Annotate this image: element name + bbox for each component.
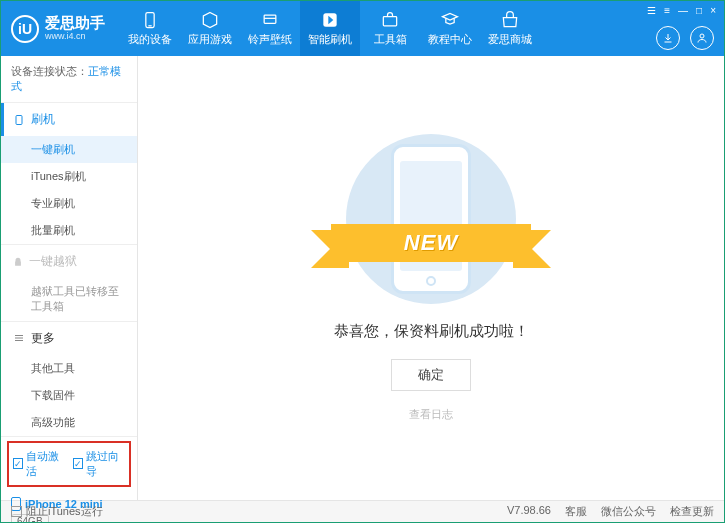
nav-device[interactable]: 我的设备 [120, 1, 180, 56]
connection-status: 设备连接状态：正常模式 [1, 56, 137, 103]
logo: iU 爱思助手 www.i4.cn [11, 15, 105, 43]
checkbox-skip-guide[interactable]: ✓跳过向导 [73, 449, 125, 479]
checkbox-auto-activate[interactable]: ✓自动激活 [13, 449, 65, 479]
checkbox-block-itunes[interactable] [11, 506, 22, 517]
app-header: iU 爱思助手 www.i4.cn 我的设备 应用游戏 铃声壁纸 智能刷机 工具… [1, 1, 724, 56]
sidebar-item-itunes[interactable]: iTunes刷机 [1, 163, 137, 190]
sidebar-item-pro[interactable]: 专业刷机 [1, 190, 137, 217]
main-nav: 我的设备 应用游戏 铃声壁纸 智能刷机 工具箱 教程中心 爱思商城 [120, 1, 540, 56]
menu-icon [13, 332, 25, 344]
sidebar: 设备连接状态：正常模式 刷机 一键刷机 iTunes刷机 专业刷机 批量刷机 一… [1, 56, 138, 500]
svg-rect-6 [16, 115, 22, 124]
apps-icon [200, 10, 220, 30]
main-content: NEW 恭喜您，保资料刷机成功啦！ 确定 查看日志 [138, 56, 724, 500]
footer-link-support[interactable]: 客服 [565, 504, 587, 519]
phone-icon [13, 113, 25, 127]
sidebar-item-advanced[interactable]: 高级功能 [1, 409, 137, 436]
sidebar-section-more[interactable]: 更多 [1, 322, 137, 355]
toolbox-icon [380, 10, 400, 30]
user-icon [696, 32, 708, 44]
nav-ringtone[interactable]: 铃声壁纸 [240, 1, 300, 56]
flash-icon [320, 10, 340, 30]
logo-icon: iU [11, 15, 39, 43]
nav-flash[interactable]: 智能刷机 [300, 1, 360, 56]
tutorial-icon [440, 10, 460, 30]
svg-rect-2 [264, 15, 276, 23]
svg-rect-4 [383, 17, 396, 26]
sidebar-section-flash[interactable]: 刷机 [1, 103, 137, 136]
nav-store[interactable]: 爱思商城 [480, 1, 540, 56]
options-highlight: ✓自动激活 ✓跳过向导 [7, 441, 131, 487]
success-illustration: NEW [321, 134, 541, 304]
ribbon-text: NEW [404, 230, 458, 256]
footer-link-update[interactable]: 检查更新 [670, 504, 714, 519]
settings-icon[interactable]: ☰ [647, 5, 656, 16]
user-button[interactable] [690, 26, 714, 50]
footer-link-wechat[interactable]: 微信公众号 [601, 504, 656, 519]
minimize-icon[interactable]: — [678, 5, 688, 16]
download-button[interactable] [656, 26, 680, 50]
nav-apps[interactable]: 应用游戏 [180, 1, 240, 56]
maximize-icon[interactable]: □ [696, 5, 702, 16]
device-icon [140, 10, 160, 30]
sidebar-section-jailbreak[interactable]: 一键越狱 [1, 245, 137, 278]
close-icon[interactable]: × [710, 5, 716, 16]
nav-tutorial[interactable]: 教程中心 [420, 1, 480, 56]
pin-icon[interactable]: ≡ [664, 5, 670, 16]
sidebar-item-other[interactable]: 其他工具 [1, 355, 137, 382]
svg-point-5 [700, 34, 704, 38]
nav-toolbox[interactable]: 工具箱 [360, 1, 420, 56]
sidebar-item-firmware[interactable]: 下载固件 [1, 382, 137, 409]
window-controls: ☰ ≡ — □ × [647, 5, 716, 16]
ok-button[interactable]: 确定 [391, 359, 471, 391]
sidebar-jailbreak-note: 越狱工具已转移至 工具箱 [1, 278, 137, 321]
version-label: V7.98.66 [507, 504, 551, 519]
lock-icon [13, 257, 23, 267]
sidebar-item-oneclick[interactable]: 一键刷机 [1, 136, 137, 163]
download-icon [662, 32, 674, 44]
store-icon [500, 10, 520, 30]
block-itunes-label: 阻止iTunes运行 [26, 504, 103, 519]
success-message: 恭喜您，保资料刷机成功啦！ [334, 322, 529, 341]
ringtone-icon [260, 10, 280, 30]
app-title: 爱思助手 [45, 15, 105, 32]
app-url: www.i4.cn [45, 32, 105, 42]
view-log-link[interactable]: 查看日志 [409, 407, 453, 422]
sidebar-item-batch[interactable]: 批量刷机 [1, 217, 137, 244]
